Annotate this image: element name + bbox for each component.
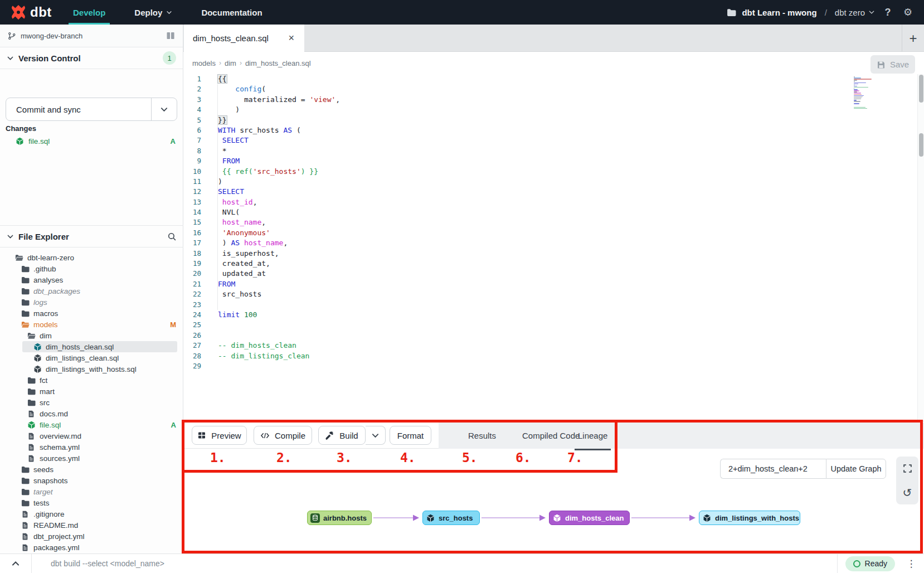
tree-item-dbt-packages[interactable]: dbt_packages	[0, 285, 183, 297]
code-line: 2 config(	[183, 84, 917, 94]
preview-button[interactable]: Preview	[192, 426, 247, 445]
changes-section-label: Changes	[6, 124, 36, 133]
save-button[interactable]: Save	[870, 55, 915, 74]
code-icon	[260, 431, 270, 440]
dag-node-dim-listings-with-hosts[interactable]: dim_listings_with_hosts	[699, 511, 800, 525]
tree-item-schema-yml[interactable]: schema.yml	[0, 441, 183, 453]
tree-item-dim-hosts-clean-sql[interactable]: dim_hosts_clean.sql	[0, 341, 183, 352]
panel-tab-compiled-code[interactable]: Compiled Code	[522, 423, 580, 449]
gear-icon[interactable]: ⚙	[901, 5, 915, 20]
build-button[interactable]: Build	[318, 426, 366, 445]
version-control-header[interactable]: Version Control 1	[0, 47, 183, 69]
line-number: 27	[183, 341, 208, 351]
changes-count-badge: 1	[163, 51, 176, 65]
close-icon[interactable]: ×	[287, 32, 295, 44]
tree-item-packages-yml[interactable]: packages.yml	[0, 542, 183, 553]
save-label: Save	[890, 60, 909, 69]
fullscreen-icon[interactable]	[899, 461, 915, 477]
folder-icon	[21, 498, 30, 507]
branch-row[interactable]: mwong-dev-branch	[0, 25, 183, 47]
compile-button[interactable]: Compile	[254, 426, 312, 445]
tree-item-analyses[interactable]: analyses	[0, 274, 183, 285]
tree-item--gitignore[interactable]: .gitignore	[0, 508, 183, 519]
line-number: 24	[183, 310, 208, 320]
folder-icon	[27, 398, 36, 407]
breadcrumb-segment[interactable]: models	[192, 59, 216, 67]
code-minimap[interactable]	[854, 76, 878, 115]
breadcrumb-segment[interactable]: dim_hosts_clean.sql	[245, 59, 311, 67]
update-graph-button[interactable]: Update Graph	[826, 459, 886, 479]
dag-node-dim-hosts-clean[interactable]: dim_hosts_clean	[549, 511, 630, 525]
tree-item-src[interactable]: src	[0, 397, 183, 408]
tree-item-mart[interactable]: mart	[0, 386, 183, 397]
lineage-selector-input[interactable]	[720, 459, 826, 479]
panel-tab-lineage[interactable]: Lineage	[578, 423, 607, 449]
tree-item-label: analyses	[33, 276, 63, 284]
breadcrumb-segment[interactable]: dim	[225, 59, 236, 67]
environment-selector[interactable]: dbt zero	[835, 8, 875, 17]
tree-item-dbt-project-yml[interactable]: dbt_project.yml	[0, 531, 183, 542]
tree-item-macros[interactable]: macros	[0, 308, 183, 319]
top-nav: dbt DevelopDeployDocumentation dbt Learn…	[0, 0, 924, 25]
tree-item-label: logs	[33, 298, 47, 307]
tree-item--github[interactable]: .github	[0, 263, 183, 274]
nav-item-deploy[interactable]: Deploy	[120, 0, 187, 25]
build-options-caret[interactable]	[366, 426, 386, 445]
dag-node-airbnb-hosts[interactable]: airbnb.hosts	[307, 511, 372, 525]
tree-item-label: docs.md	[40, 410, 68, 418]
dbt-logo[interactable]: dbt	[0, 4, 59, 21]
tree-item-dim-listings-clean-sql[interactable]: dim_listings_clean.sql	[0, 352, 183, 363]
tab-dim-hosts-clean[interactable]: dim_hosts_clean.sql ×	[184, 25, 304, 52]
dbt-logo-icon	[10, 4, 27, 21]
line-number: 18	[183, 249, 208, 259]
command-input[interactable]: dbt build --select <model_name>	[32, 559, 837, 568]
tree-item-docs-md[interactable]: docs.md	[0, 408, 183, 419]
help-icon[interactable]: ?	[881, 5, 895, 20]
tree-item-file-sql[interactable]: file.sqlA	[0, 419, 183, 430]
new-tab-button[interactable]: +	[902, 25, 924, 52]
changes-list: file.sqlA	[0, 135, 183, 148]
change-status-badge: A	[171, 137, 177, 145]
format-button[interactable]: Format	[390, 426, 431, 445]
tree-item-snapshots[interactable]: snapshots	[0, 475, 183, 486]
tree-item-target[interactable]: target	[0, 486, 183, 497]
chevron-up-icon[interactable]	[0, 559, 31, 568]
kebab-menu-icon[interactable]: ⋮	[903, 558, 920, 570]
search-icon[interactable]	[167, 232, 177, 241]
tree-item-label: README.md	[33, 521, 78, 530]
tree-item-models[interactable]: modelsM	[0, 319, 183, 330]
commit-options-caret[interactable]	[151, 98, 177, 120]
nav-item-develop[interactable]: Develop	[59, 0, 120, 25]
folder-icon	[21, 487, 30, 496]
tree-item-dim-listings-with-hosts-sql[interactable]: dim_listings_with_hosts.sql	[0, 363, 183, 375]
button-label: Format	[397, 431, 424, 440]
tree-item-dbt-learn-zero[interactable]: dbt-learn-zero	[0, 252, 183, 263]
grid-icon	[197, 431, 206, 440]
dag-node-src-hosts[interactable]: src_hosts	[422, 511, 480, 525]
tree-item-fct[interactable]: fct	[0, 375, 183, 386]
file-explorer-header[interactable]: File Explorer	[0, 226, 183, 247]
tree-item-dim[interactable]: dim	[0, 330, 183, 341]
folder-icon	[21, 275, 30, 284]
code-editor[interactable]: 1{{2 config(3 materialized = 'view',4 )5…	[183, 74, 917, 421]
editor-scrollbar[interactable]	[917, 74, 924, 421]
project-name[interactable]: dbt Learn - mwong	[742, 8, 816, 17]
changed-file-row[interactable]: file.sqlA	[0, 135, 183, 148]
columns-icon[interactable]	[166, 31, 175, 40]
code-line: 21FROM	[183, 279, 917, 289]
code-line: 16 'Anonymous'	[183, 228, 917, 238]
nav-item-documentation[interactable]: Documentation	[187, 0, 276, 25]
code-line: 1{{	[183, 74, 917, 84]
tree-item-label: dbt_packages	[33, 287, 80, 295]
tree-item-tests[interactable]: tests	[0, 497, 183, 508]
tree-item-logs[interactable]: logs	[0, 297, 183, 308]
nav-item-label: Documentation	[201, 8, 262, 17]
tree-item-sources-yml[interactable]: sources.yml	[0, 453, 183, 464]
tree-item-readme-md[interactable]: README.md	[0, 519, 183, 531]
reset-view-icon[interactable]: ↺	[899, 485, 915, 501]
commit-and-sync-button[interactable]: Commit and sync	[6, 98, 177, 121]
tree-item-label: dim_listings_clean.sql	[46, 354, 119, 362]
tree-item-seeds[interactable]: seeds	[0, 464, 183, 475]
tree-item-overview-md[interactable]: overview.md	[0, 430, 183, 441]
panel-tab-results[interactable]: Results	[468, 423, 496, 449]
